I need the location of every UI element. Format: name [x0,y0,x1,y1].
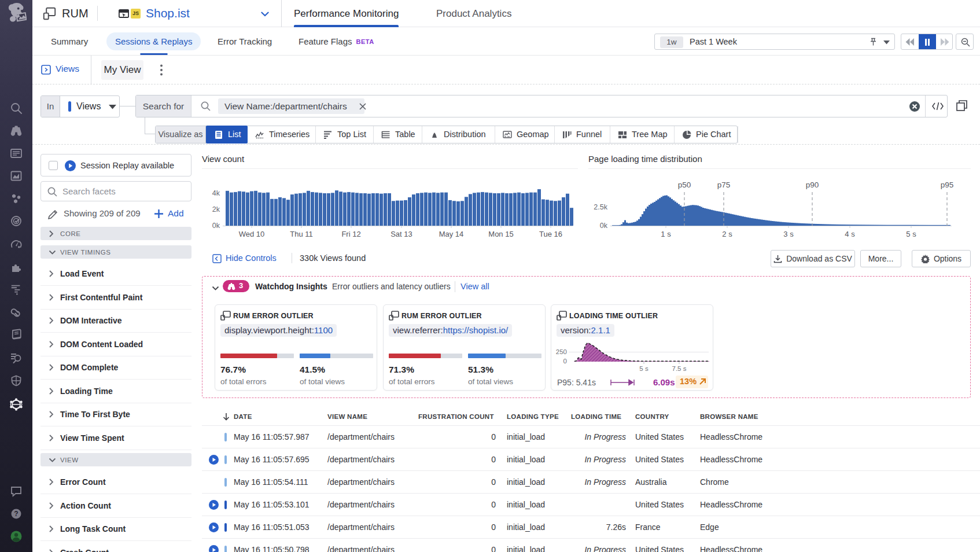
svg-text:250: 250 [556,348,567,355]
svg-text:3 s: 3 s [783,230,794,238]
svg-text:0: 0 [563,358,567,365]
svg-text:2k: 2k [212,205,220,214]
svg-text:May 14: May 14 [439,230,464,238]
svg-text:7.5 s: 7.5 s [672,365,687,372]
svg-text:5 s: 5 s [906,230,916,238]
svg-text:Fri 12: Fri 12 [341,230,360,238]
svg-text:Tue 16: Tue 16 [539,230,562,238]
svg-text:Mon 15: Mon 15 [488,230,513,238]
svg-text:p50: p50 [678,181,691,189]
svg-text:1 s: 1 s [661,230,671,238]
svg-text:Sat 13: Sat 13 [390,230,412,238]
svg-text:0k: 0k [600,222,608,230]
svg-text:?: ? [14,510,18,518]
svg-text:Thu 11: Thu 11 [290,230,313,238]
svg-text:5 s: 5 s [639,365,649,372]
svg-text:0k: 0k [212,222,220,230]
svg-text:2 s: 2 s [722,230,732,238]
svg-text:Wed 10: Wed 10 [239,230,265,238]
svg-text:p75: p75 [717,181,731,189]
svg-text:2.5k: 2.5k [594,203,607,211]
svg-text:4k: 4k [212,189,220,197]
svg-text:4 s: 4 s [845,230,855,238]
svg-text:p95: p95 [941,181,954,189]
svg-text:p90: p90 [806,181,819,189]
